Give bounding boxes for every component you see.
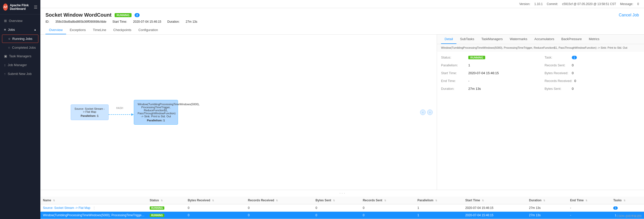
sort-icon-end-time[interactable]: ⇅ [585, 199, 587, 202]
status-badge: RUNNING [150, 214, 165, 217]
detail-duration-label: Duration: [441, 87, 466, 91]
sidebar-item-job-manager[interactable]: ↕ Job Manager [0, 61, 40, 69]
detail-tab-taskmanagers[interactable]: TaskManagers [478, 35, 506, 44]
row-action-icon[interactable]: ⋮ [93, 206, 96, 210]
sort-icon-duration[interactable]: ⇅ [543, 199, 545, 202]
tab-exceptions[interactable]: Exceptions [66, 26, 89, 34]
task-badge: 1 [613, 206, 618, 210]
cell-tasks: 1 [611, 204, 644, 212]
content-area: Source: Socket Stream -> Flat Map Parall… [40, 35, 644, 219]
cell-duration: 27m 13s [527, 212, 568, 219]
node1-parallelism: Parallelism: 1 [74, 114, 105, 117]
chevron-left-icon[interactable]: ‹ [420, 110, 426, 115]
cell-bytes-received: 0 [185, 212, 245, 219]
detail-parallelism-row: Parallelism: 1 [437, 61, 540, 69]
cell-bytes-sent: 0 [313, 212, 360, 219]
job-tabs: Overview Exceptions TimeLine Checkpoints… [45, 26, 639, 34]
table-row[interactable]: Window(TumblingProcessingTimeWindows(500… [40, 212, 644, 219]
table-header: Name ⇅ Status ⇅ Bytes Received ⇅ Records… [40, 197, 644, 204]
detail-tab-metrics[interactable]: Metrics [585, 35, 603, 44]
cell-end-time: - [568, 212, 611, 219]
sort-icon-tasks[interactable]: ⇅ [624, 199, 626, 202]
chevron-right-icon[interactable]: › [427, 110, 433, 115]
detail-tab-accumulators[interactable]: Accumulators [531, 35, 558, 44]
detail-start-time-label: Start Time: [441, 71, 466, 75]
tab-checkpoints[interactable]: Checkpoints [110, 26, 135, 34]
job-start-time-value: 2020-07-04 15:46:15 [133, 20, 161, 23]
detail-records-sent-label: Records Sent: [545, 63, 570, 67]
hamburger-icon[interactable]: ☰ [34, 5, 37, 10]
detail-duration-value: 27m 13s [468, 87, 481, 91]
col-status: Status ⇅ [147, 197, 185, 204]
detail-bytes-sent-label: Bytes Sent: [545, 87, 570, 91]
detail-end-time-row: End Time: - [437, 77, 540, 85]
job-id-label: ID: [45, 20, 49, 23]
job-header: Socket Window WordCount RUNNING 2 Cancel… [40, 8, 644, 35]
detail-tabs: Detail SubTasks TaskManagers Watermarks … [437, 35, 644, 44]
graph-node-1[interactable]: Source: Socket Stream -> Flat Map Parall… [71, 104, 109, 120]
sidebar-item-jobs[interactable]: ≡ Jobs ▲ [0, 25, 40, 34]
col-duration: Duration ⇅ [527, 197, 568, 204]
detail-tab-backpressure[interactable]: BackPressure [558, 35, 585, 44]
detail-task-label: Task: [545, 56, 570, 59]
job-id-value: 358c03bd9a8bd865b36ff090698cfdde [55, 20, 106, 23]
job-start-time-label: Start Time: [112, 20, 127, 23]
cell-bytes-received: 0 [185, 204, 245, 212]
detail-status-value: RUNNING [468, 56, 485, 59]
sidebar-item-overview[interactable]: ⊞ Overview [0, 16, 40, 25]
detail-records-received-label: Records Received: [545, 79, 572, 83]
cell-name: Window(TumblingProcessingTimeWindows(500… [40, 212, 147, 219]
detail-grid: Status: RUNNING Parallelism: 1 Start Tim… [437, 51, 644, 95]
detail-tab-watermarks[interactable]: Watermarks [506, 35, 531, 44]
sidebar-item-task-managers[interactable]: ▣ Task Managers [0, 52, 40, 61]
table-area: · · · Name ⇅ Status ⇅ Bytes Received ⇅ R… [40, 190, 644, 219]
col-parallelism: Parallelism ⇅ [415, 197, 463, 204]
cell-duration: 27m 13s [527, 204, 568, 212]
jobs-chevron-icon: ▲ [34, 28, 36, 31]
sidebar-item-submit-new-job[interactable]: ↑ Submit New Job [0, 69, 40, 78]
sort-icon-records-received[interactable]: ⇅ [276, 199, 278, 202]
version-label: Version: [519, 2, 530, 6]
sort-icon-bytes-sent[interactable]: ⇅ [333, 199, 335, 202]
col-end-time: End Time ⇅ [568, 197, 611, 204]
cancel-job-button[interactable]: Cancel Job [619, 13, 639, 17]
sort-icon-status[interactable]: ⇅ [161, 199, 163, 202]
cell-name: Source: Socket Stream -> Flat Map ⋮ [40, 204, 147, 212]
cell-start-time: 2020-07-04 15:46:15 [463, 212, 527, 219]
detail-right-col: Task: 1 Records Sent: 0 Bytes Received: … [540, 53, 644, 93]
tab-configuration[interactable]: Configuration [135, 26, 161, 34]
job-duration-label: Duration: [167, 20, 180, 23]
sort-icon-name[interactable]: ⇅ [53, 199, 55, 202]
table-ellipsis: · · · [40, 190, 644, 197]
sidebar-item-completed-jobs[interactable]: ○ Completed Jobs [0, 43, 40, 52]
panel-area: Source: Socket Stream -> Flat Map Parall… [40, 35, 644, 190]
cell-start-time: 2020-07-04 15:46:15 [463, 204, 527, 212]
job-status-badge: RUNNING [115, 13, 132, 17]
sort-icon-start-time[interactable]: ⇅ [482, 199, 484, 202]
cell-parallelism: 1 [415, 204, 463, 212]
col-bytes-sent: Bytes Sent ⇅ [313, 197, 360, 204]
sort-icon-records-sent[interactable]: ⇅ [384, 199, 386, 202]
sort-icon-bytes-received[interactable]: ⇅ [212, 199, 214, 202]
detail-tab-subtasks[interactable]: SubTasks [456, 35, 478, 44]
watermark: CSDN @程序猿进阶 [617, 214, 642, 218]
detail-end-time-label: End Time: [441, 79, 466, 83]
col-name: Name ⇅ [40, 197, 147, 204]
sidebar-nav: ⊞ Overview ≡ Jobs ▲ ○ Running Jobs ○ Com… [0, 14, 40, 219]
col-records-sent: Records Sent ⇅ [360, 197, 415, 204]
tab-timeline[interactable]: TimeLine [89, 26, 110, 34]
commit-label: Commit: [547, 2, 558, 6]
table-row[interactable]: Source: Socket Stream -> Flat Map ⋮ RUNN… [40, 204, 644, 212]
sort-icon-parallelism[interactable]: ⇅ [435, 199, 437, 202]
status-badge: RUNNING [150, 206, 165, 210]
completed-jobs-icon: ○ [8, 46, 10, 49]
tab-overview[interactable]: Overview [45, 26, 66, 34]
sidebar-item-running-jobs[interactable]: ○ Running Jobs [2, 35, 38, 43]
job-duration-value: 27m 13s [186, 20, 197, 23]
job-meta: ID: 358c03bd9a8bd865b36ff090698cfdde Sta… [45, 20, 639, 23]
detail-duration-row: Duration: 27m 13s [437, 85, 540, 93]
col-tasks: Tasks ⇅ [611, 197, 644, 204]
graph-node-2[interactable]: Window(TumblingProcessingTimeWindows(500… [134, 100, 178, 125]
detail-start-time-value: 2020-07-04 15:46:15 [468, 71, 499, 75]
detail-tab-detail[interactable]: Detail [441, 35, 456, 44]
